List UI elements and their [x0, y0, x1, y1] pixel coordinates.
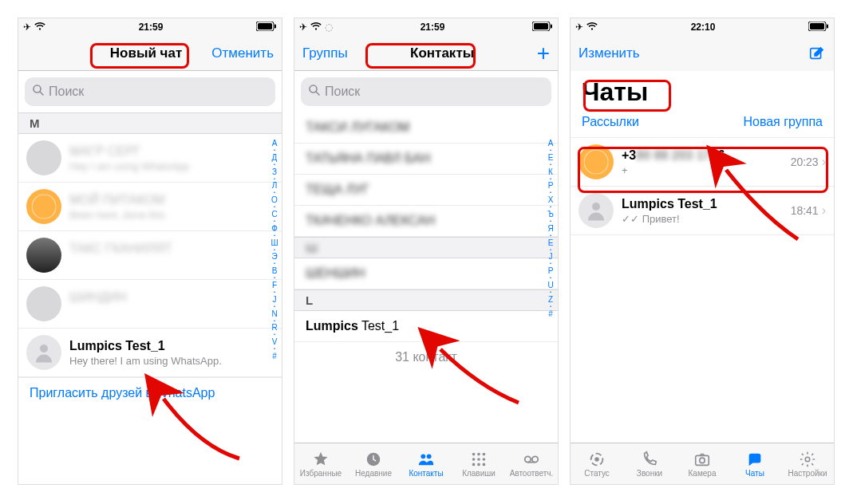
tab-favorites[interactable]: Избранные: [294, 443, 347, 484]
svg-line-10: [316, 92, 319, 95]
contact-row[interactable]: ТАТЬЯНА ПАВЛ БАН: [294, 144, 558, 175]
svg-rect-8: [551, 24, 552, 28]
search-icon: [33, 85, 44, 99]
whatsapp-tabbar: Статус Звонки Камера Чаты Настройки: [571, 443, 834, 484]
svg-point-13: [427, 454, 432, 459]
alphabet-index[interactable]: А•Е•К•Р•Х•Ъ•Я•E•J•P•U•Z•#: [545, 138, 556, 319]
read-receipt-icon: ✓✓: [622, 213, 639, 225]
avatar: [26, 286, 61, 321]
invite-friends-link[interactable]: Пригласить друзей в WhatsApp: [18, 377, 282, 408]
chevron-right-icon: ›: [822, 155, 826, 169]
svg-rect-2: [274, 24, 276, 28]
svg-line-4: [40, 92, 43, 95]
compose-button[interactable]: [808, 45, 826, 62]
status-bar: ✈ 21:59: [18, 18, 282, 36]
status-bar: ✈ ◌ 21:59: [294, 18, 558, 36]
avatar: [579, 193, 614, 228]
new-group-link[interactable]: Новая группа: [743, 115, 823, 129]
broadcasts-link[interactable]: Рассылки: [582, 115, 639, 129]
search-input[interactable]: Поиск: [25, 77, 275, 106]
chat-row[interactable]: +380 88 203 1716 + 20:23 ›: [571, 138, 834, 187]
svg-rect-27: [810, 23, 824, 30]
contact-name: Lumpics Test_1: [69, 339, 274, 353]
battery-icon: [808, 22, 829, 33]
svg-point-35: [805, 457, 810, 462]
avatar: [26, 335, 61, 370]
contact-row[interactable]: ТАКС ГКАНИЛЯТ: [18, 231, 282, 280]
svg-point-18: [477, 458, 480, 461]
svg-point-5: [40, 345, 48, 352]
tab-recent[interactable]: Недавние: [347, 443, 400, 484]
tab-camera[interactable]: Камера: [676, 443, 729, 484]
contact-row-lumpics[interactable]: Lumpics Test_1: [294, 311, 558, 342]
chat-time: 20:23: [791, 156, 819, 168]
contact-first-name: Lumpics: [306, 319, 358, 333]
contact-row[interactable]: МОЙ ПИТАКОМBeen here, done this: [18, 183, 282, 231]
chevron-right-icon: ›: [822, 203, 826, 218]
svg-point-23: [525, 456, 531, 462]
svg-point-19: [483, 458, 486, 461]
wifi-icon: [34, 22, 45, 33]
chat-row[interactable]: Lumpics Test_1 ✓✓ Привет! 18:41 ›: [571, 187, 834, 235]
tab-status[interactable]: Статус: [571, 443, 623, 484]
svg-point-21: [477, 463, 480, 466]
nav-title-new-chat: Новый чат: [110, 45, 182, 61]
cancel-button[interactable]: Отменить: [210, 45, 274, 61]
svg-rect-7: [534, 23, 548, 30]
svg-point-20: [472, 463, 476, 466]
chat-name: +380 88 203 1716: [622, 148, 786, 163]
avatar: [26, 189, 61, 224]
wifi-icon: [586, 22, 598, 33]
tab-contacts[interactable]: Контакты: [400, 443, 452, 484]
groups-button[interactable]: Группы: [302, 45, 348, 61]
tab-settings[interactable]: Настройки: [781, 443, 834, 484]
navbar: Изменить: [571, 36, 834, 71]
contact-row[interactable]: МАГР СЕРГHey I am using WhatsApp: [18, 134, 282, 183]
search-icon: [309, 85, 320, 99]
contact-row[interactable]: ТЕЩА ЛУГ: [294, 175, 558, 206]
avatar: [579, 144, 614, 179]
tab-keypad[interactable]: Клавиши: [452, 443, 505, 484]
navbar: Новый чат Отменить: [18, 36, 282, 71]
svg-point-30: [592, 203, 600, 211]
page-title-chats: Чаты: [571, 71, 834, 110]
svg-point-32: [594, 457, 599, 462]
contact-row[interactable]: ШИНДИН: [18, 280, 282, 329]
svg-point-22: [483, 463, 486, 466]
tab-chats[interactable]: Чаты: [729, 443, 781, 484]
avatar: [26, 140, 61, 175]
status-bar: ✈ 22:10: [571, 18, 834, 36]
contact-row[interactable]: ТКАЧЕНКО АЛЕКСАН: [294, 206, 558, 237]
section-header-m: M: [18, 112, 282, 134]
chat-preview: ✓✓ Привет!: [622, 213, 786, 225]
svg-rect-1: [258, 23, 272, 30]
search-input[interactable]: Поиск: [301, 77, 551, 106]
battery-icon: [256, 22, 277, 33]
alphabet-index[interactable]: А•Д•З•Л•О•С•Ф•Ш•Э•B•F•J•N•R•V•#: [269, 138, 280, 361]
airplane-icon: ✈: [575, 22, 583, 33]
airplane-icon: ✈: [23, 22, 31, 33]
section-header-l: L: [294, 289, 558, 311]
tab-calls[interactable]: Звонки: [623, 443, 676, 484]
edit-button[interactable]: Изменить: [579, 45, 640, 61]
section-header: Ш: [294, 237, 558, 258]
contact-row[interactable]: ТАКСИ ЛУГАКОМ: [294, 112, 558, 144]
battery-icon: [532, 22, 553, 33]
status-time: 22:10: [691, 22, 716, 33]
chat-time: 18:41: [791, 204, 819, 217]
tab-voicemail[interactable]: Автоответч.: [505, 443, 558, 484]
contact-row[interactable]: ШЕНШИН: [294, 258, 558, 289]
status-time: 21:59: [421, 22, 445, 33]
add-contact-button[interactable]: +: [537, 42, 550, 65]
svg-point-24: [532, 456, 538, 462]
svg-point-16: [483, 452, 486, 455]
loading-icon: ◌: [325, 22, 333, 33]
nav-title-contacts: Контакты: [410, 45, 474, 61]
svg-point-17: [472, 458, 476, 461]
contact-row-lumpics[interactable]: Lumpics Test_1Hey there! I am using What…: [18, 329, 282, 377]
sub-toolbar: Рассылки Новая группа: [571, 110, 834, 138]
chat-preview: +: [622, 164, 786, 176]
svg-point-12: [421, 454, 425, 459]
contact-count: 31 контакт: [294, 342, 558, 379]
phone-contacts: ✈ ◌ 21:59 Группы Контакты + Поиск ТАКСИ …: [294, 18, 559, 485]
